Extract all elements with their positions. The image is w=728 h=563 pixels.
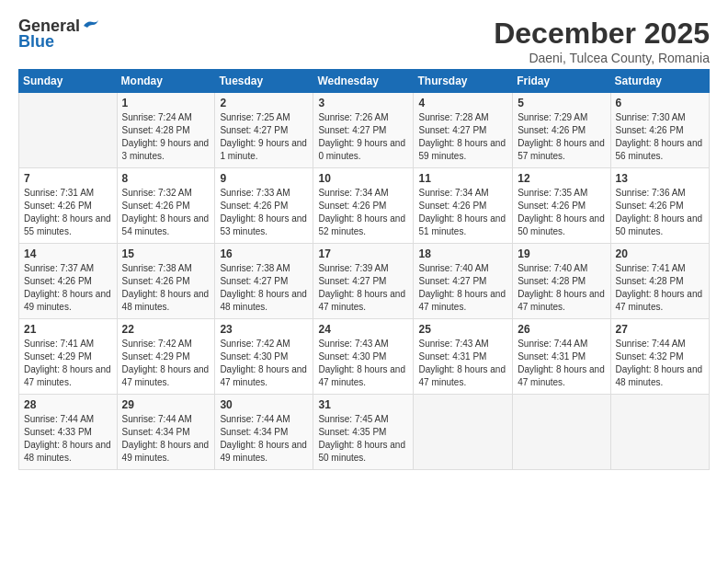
table-row: 8 Sunrise: 7:32 AMSunset: 4:26 PMDayligh… xyxy=(117,168,215,244)
col-friday: Friday xyxy=(513,70,610,93)
day-number: 15 xyxy=(122,247,210,260)
calendar-header-row: Sunday Monday Tuesday Wednesday Thursday… xyxy=(19,70,710,93)
col-saturday: Saturday xyxy=(610,70,709,93)
day-info: Sunrise: 7:42 AMSunset: 4:30 PMDaylight:… xyxy=(220,338,308,389)
day-info: Sunrise: 7:36 AMSunset: 4:26 PMDaylight:… xyxy=(616,187,704,238)
day-number: 4 xyxy=(418,97,507,109)
table-row: 18 Sunrise: 7:40 AMSunset: 4:27 PMDaylig… xyxy=(414,244,513,319)
day-info: Sunrise: 7:37 AMSunset: 4:26 PMDaylight:… xyxy=(24,262,112,314)
table-row: 2 Sunrise: 7:25 AMSunset: 4:27 PMDayligh… xyxy=(215,93,313,168)
logo-bird-icon xyxy=(82,18,100,33)
title-section: December 2025 Daeni, Tulcea County, Roma… xyxy=(494,17,710,65)
day-number: 24 xyxy=(318,323,408,336)
day-info: Sunrise: 7:29 AMSunset: 4:26 PMDaylight:… xyxy=(518,111,605,163)
col-wednesday: Wednesday xyxy=(313,70,414,93)
day-info: Sunrise: 7:34 AMSunset: 4:26 PMDaylight:… xyxy=(418,187,507,238)
calendar-week-row: 28 Sunrise: 7:44 AMSunset: 4:33 PMDaylig… xyxy=(19,395,710,470)
table-row: 19 Sunrise: 7:40 AMSunset: 4:28 PMDaylig… xyxy=(513,244,610,319)
day-number: 30 xyxy=(220,398,308,411)
day-number: 6 xyxy=(616,97,704,109)
day-info: Sunrise: 7:43 AMSunset: 4:30 PMDaylight:… xyxy=(318,338,408,389)
day-info: Sunrise: 7:25 AMSunset: 4:27 PMDaylight:… xyxy=(220,111,308,163)
table-row: 16 Sunrise: 7:38 AMSunset: 4:27 PMDaylig… xyxy=(215,244,313,319)
day-info: Sunrise: 7:41 AMSunset: 4:29 PMDaylight:… xyxy=(24,338,112,389)
logo-blue: Blue xyxy=(18,32,54,52)
day-info: Sunrise: 7:44 AMSunset: 4:32 PMDaylight:… xyxy=(616,338,704,389)
calendar-week-row: 14 Sunrise: 7:37 AMSunset: 4:26 PMDaylig… xyxy=(19,244,710,319)
col-thursday: Thursday xyxy=(414,70,513,93)
day-info: Sunrise: 7:40 AMSunset: 4:28 PMDaylight:… xyxy=(518,262,605,314)
table-row: 25 Sunrise: 7:43 AMSunset: 4:31 PMDaylig… xyxy=(414,319,513,395)
month-title: December 2025 xyxy=(494,17,710,51)
table-row: 20 Sunrise: 7:41 AMSunset: 4:28 PMDaylig… xyxy=(610,244,709,319)
day-info: Sunrise: 7:39 AMSunset: 4:27 PMDaylight:… xyxy=(318,262,408,314)
day-number: 29 xyxy=(122,398,210,411)
table-row: 21 Sunrise: 7:41 AMSunset: 4:29 PMDaylig… xyxy=(19,319,118,395)
table-row: 29 Sunrise: 7:44 AMSunset: 4:34 PMDaylig… xyxy=(117,395,215,470)
day-info: Sunrise: 7:35 AMSunset: 4:26 PMDaylight:… xyxy=(518,187,605,238)
table-row: 14 Sunrise: 7:37 AMSunset: 4:26 PMDaylig… xyxy=(19,244,118,319)
day-number: 10 xyxy=(318,172,408,185)
day-info: Sunrise: 7:43 AMSunset: 4:31 PMDaylight:… xyxy=(418,338,507,389)
day-info: Sunrise: 7:34 AMSunset: 4:26 PMDaylight:… xyxy=(318,187,408,238)
logo: General Blue xyxy=(18,17,100,52)
day-number: 14 xyxy=(24,247,112,260)
day-info: Sunrise: 7:42 AMSunset: 4:29 PMDaylight:… xyxy=(122,338,210,389)
calendar-week-row: 7 Sunrise: 7:31 AMSunset: 4:26 PMDayligh… xyxy=(19,168,710,244)
col-tuesday: Tuesday xyxy=(215,70,313,93)
table-row: 26 Sunrise: 7:44 AMSunset: 4:31 PMDaylig… xyxy=(513,319,610,395)
table-row xyxy=(610,395,709,470)
day-number: 31 xyxy=(318,398,408,411)
table-row: 10 Sunrise: 7:34 AMSunset: 4:26 PMDaylig… xyxy=(313,168,414,244)
day-number: 3 xyxy=(318,97,408,109)
table-row: 28 Sunrise: 7:44 AMSunset: 4:33 PMDaylig… xyxy=(19,395,118,470)
day-info: Sunrise: 7:44 AMSunset: 4:34 PMDaylight:… xyxy=(220,413,308,465)
day-info: Sunrise: 7:45 AMSunset: 4:35 PMDaylight:… xyxy=(318,413,408,465)
table-row: 27 Sunrise: 7:44 AMSunset: 4:32 PMDaylig… xyxy=(610,319,709,395)
day-info: Sunrise: 7:33 AMSunset: 4:26 PMDaylight:… xyxy=(220,187,308,238)
day-number: 9 xyxy=(220,172,308,185)
table-row xyxy=(19,93,118,168)
day-info: Sunrise: 7:40 AMSunset: 4:27 PMDaylight:… xyxy=(418,262,507,314)
day-number: 8 xyxy=(122,172,210,185)
table-row: 30 Sunrise: 7:44 AMSunset: 4:34 PMDaylig… xyxy=(215,395,313,470)
day-number: 28 xyxy=(24,398,112,411)
day-number: 5 xyxy=(518,97,605,109)
day-info: Sunrise: 7:30 AMSunset: 4:26 PMDaylight:… xyxy=(616,111,704,163)
day-info: Sunrise: 7:44 AMSunset: 4:31 PMDaylight:… xyxy=(518,338,605,389)
table-row: 12 Sunrise: 7:35 AMSunset: 4:26 PMDaylig… xyxy=(513,168,610,244)
day-info: Sunrise: 7:32 AMSunset: 4:26 PMDaylight:… xyxy=(122,187,210,238)
table-row: 15 Sunrise: 7:38 AMSunset: 4:26 PMDaylig… xyxy=(117,244,215,319)
day-number: 20 xyxy=(616,247,704,260)
day-info: Sunrise: 7:44 AMSunset: 4:34 PMDaylight:… xyxy=(122,413,210,465)
calendar-week-row: 1 Sunrise: 7:24 AMSunset: 4:28 PMDayligh… xyxy=(19,93,710,168)
table-row: 9 Sunrise: 7:33 AMSunset: 4:26 PMDayligh… xyxy=(215,168,313,244)
day-number: 26 xyxy=(518,323,605,336)
calendar-table: Sunday Monday Tuesday Wednesday Thursday… xyxy=(18,69,710,470)
day-number: 27 xyxy=(616,323,704,336)
table-row xyxy=(414,395,513,470)
table-row: 17 Sunrise: 7:39 AMSunset: 4:27 PMDaylig… xyxy=(313,244,414,319)
day-number: 25 xyxy=(418,323,507,336)
table-row: 13 Sunrise: 7:36 AMSunset: 4:26 PMDaylig… xyxy=(610,168,709,244)
table-row: 7 Sunrise: 7:31 AMSunset: 4:26 PMDayligh… xyxy=(19,168,118,244)
page-container: General Blue December 2025 Daeni, Tulcea… xyxy=(0,0,728,481)
day-number: 11 xyxy=(418,172,507,185)
table-row: 31 Sunrise: 7:45 AMSunset: 4:35 PMDaylig… xyxy=(313,395,414,470)
day-info: Sunrise: 7:28 AMSunset: 4:27 PMDaylight:… xyxy=(418,111,507,163)
day-number: 12 xyxy=(518,172,605,185)
table-row: 6 Sunrise: 7:30 AMSunset: 4:26 PMDayligh… xyxy=(610,93,709,168)
table-row: 3 Sunrise: 7:26 AMSunset: 4:27 PMDayligh… xyxy=(313,93,414,168)
calendar-week-row: 21 Sunrise: 7:41 AMSunset: 4:29 PMDaylig… xyxy=(19,319,710,395)
day-number: 18 xyxy=(418,247,507,260)
table-row: 1 Sunrise: 7:24 AMSunset: 4:28 PMDayligh… xyxy=(117,93,215,168)
day-info: Sunrise: 7:38 AMSunset: 4:26 PMDaylight:… xyxy=(122,262,210,314)
col-monday: Monday xyxy=(117,70,215,93)
table-row: 23 Sunrise: 7:42 AMSunset: 4:30 PMDaylig… xyxy=(215,319,313,395)
table-row: 11 Sunrise: 7:34 AMSunset: 4:26 PMDaylig… xyxy=(414,168,513,244)
header: General Blue December 2025 Daeni, Tulcea… xyxy=(18,17,710,65)
day-info: Sunrise: 7:38 AMSunset: 4:27 PMDaylight:… xyxy=(220,262,308,314)
day-info: Sunrise: 7:26 AMSunset: 4:27 PMDaylight:… xyxy=(318,111,408,163)
day-info: Sunrise: 7:41 AMSunset: 4:28 PMDaylight:… xyxy=(616,262,704,314)
day-number: 1 xyxy=(122,97,210,109)
